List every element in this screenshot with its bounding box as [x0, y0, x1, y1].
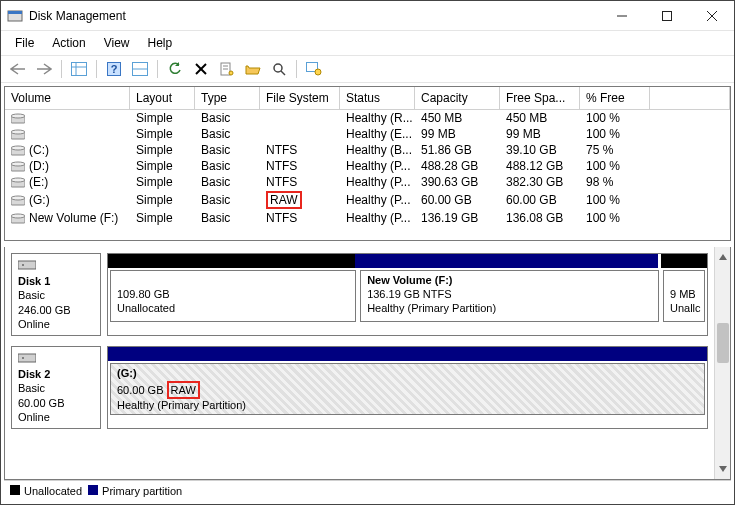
column-headers: VolumeLayoutTypeFile SystemStatusCapacit… — [5, 87, 730, 110]
column-header[interactable]: File System — [260, 87, 340, 109]
menu-help[interactable]: Help — [140, 33, 181, 53]
svg-rect-39 — [18, 354, 36, 362]
table-row[interactable]: (G:)SimpleBasicRAWHealthy (P...60.00 GB6… — [5, 190, 730, 210]
open-button[interactable] — [242, 59, 264, 79]
disk-row-1[interactable]: Disk 1 Basic 246.00 GB Online — [11, 253, 708, 336]
cell-free: 39.10 GB — [500, 142, 580, 158]
table-row[interactable]: SimpleBasicHealthy (R...450 MB450 MB100 … — [5, 110, 730, 126]
scroll-down-icon[interactable] — [718, 465, 728, 473]
cell-layout: Simple — [130, 110, 195, 126]
svg-point-32 — [11, 178, 25, 182]
close-button[interactable] — [689, 1, 734, 30]
cell-fs: NTFS — [260, 174, 340, 190]
bar-unallocated-tail — [661, 254, 707, 268]
raw-highlight: RAW — [167, 381, 200, 399]
column-header[interactable]: Status — [340, 87, 415, 109]
cell-free: 136.08 GB — [500, 210, 580, 226]
cell-free: 382.30 GB — [500, 174, 580, 190]
table-row[interactable]: (D:)SimpleBasicNTFSHealthy (P...488.28 G… — [5, 158, 730, 174]
svg-rect-6 — [72, 63, 87, 76]
disk-label-1: Disk 1 Basic 246.00 GB Online — [11, 253, 101, 336]
svg-point-26 — [11, 130, 25, 134]
svg-point-30 — [11, 162, 25, 166]
scroll-up-icon[interactable] — [718, 253, 728, 261]
legend-label-unallocated: Unallocated — [24, 485, 82, 497]
search-button[interactable] — [268, 59, 290, 79]
svg-point-34 — [11, 196, 25, 200]
menu-action[interactable]: Action — [44, 33, 93, 53]
cell-pct: 100 % — [580, 110, 650, 126]
maximize-button[interactable] — [644, 1, 689, 30]
raw-highlight: RAW — [266, 191, 302, 209]
cell-type: Basic — [195, 142, 260, 158]
column-header[interactable]: Layout — [130, 87, 195, 109]
cell-name: (E:) — [5, 174, 130, 190]
cell-name: (C:) — [5, 142, 130, 158]
cell-layout: Simple — [130, 158, 195, 174]
bar-unallocated — [108, 254, 355, 268]
cell-status: Healthy (R... — [340, 110, 415, 126]
cell-type: Basic — [195, 192, 260, 208]
disk-icon — [18, 351, 36, 365]
vertical-scrollbar[interactable] — [714, 247, 730, 479]
back-button[interactable] — [7, 59, 29, 79]
table-row[interactable]: New Volume (F:)SimpleBasicNTFSHealthy (P… — [5, 210, 730, 226]
cell-capacity: 60.00 GB — [415, 192, 500, 208]
cell-pct: 100 % — [580, 126, 650, 142]
svg-line-20 — [281, 71, 285, 75]
minimize-button[interactable] — [599, 1, 644, 30]
table-row[interactable]: SimpleBasicHealthy (E...99 MB99 MB100 % — [5, 126, 730, 142]
settings-button[interactable] — [303, 59, 325, 79]
refresh-button[interactable] — [164, 59, 186, 79]
properties-button[interactable] — [216, 59, 238, 79]
disk-row-2[interactable]: Disk 2 Basic 60.00 GB Online (G:) 60.00 … — [11, 346, 708, 429]
app-icon — [7, 8, 23, 24]
svg-point-19 — [274, 64, 282, 72]
help-button[interactable]: ? — [103, 59, 125, 79]
cell-type: Basic — [195, 158, 260, 174]
cell-layout: Simple — [130, 142, 195, 158]
disk-graphic-pane: Disk 1 Basic 246.00 GB Online — [4, 247, 731, 480]
cell-fs: NTFS — [260, 142, 340, 158]
cell-pct: 75 % — [580, 142, 650, 158]
column-header[interactable]: Volume — [5, 87, 130, 109]
column-header[interactable]: % Free — [580, 87, 650, 109]
detail-split-button[interactable] — [129, 59, 151, 79]
cell-name: (G:) — [5, 192, 130, 208]
menu-file[interactable]: File — [7, 33, 42, 53]
cell-status: Healthy (P... — [340, 192, 415, 208]
legend-swatch-unallocated — [10, 485, 20, 495]
partition-unallocated[interactable]: 109.80 GB Unallocated — [110, 270, 356, 322]
svg-point-24 — [11, 114, 25, 118]
svg-point-18 — [229, 71, 233, 75]
partition-g[interactable]: (G:) 60.00 GB RAW Healthy (Primary Parti… — [110, 363, 705, 415]
delete-button[interactable] — [190, 59, 212, 79]
cell-fs: RAW — [260, 190, 340, 210]
cell-type: Basic — [195, 210, 260, 226]
partition-f[interactable]: New Volume (F:) 136.19 GB NTFS Healthy (… — [360, 270, 659, 322]
cell-capacity: 488.28 GB — [415, 158, 500, 174]
column-header[interactable]: Type — [195, 87, 260, 109]
cell-capacity: 99 MB — [415, 126, 500, 142]
legend-label-primary: Primary partition — [102, 485, 182, 497]
volume-list-pane: VolumeLayoutTypeFile SystemStatusCapacit… — [4, 86, 731, 241]
cell-capacity: 390.63 GB — [415, 174, 500, 190]
cell-name — [5, 126, 130, 142]
partition-tail[interactable]: 9 MB Unallc — [663, 270, 705, 322]
cell-layout: Simple — [130, 192, 195, 208]
table-row[interactable]: (E:)SimpleBasicNTFSHealthy (P...390.63 G… — [5, 174, 730, 190]
titlebar[interactable]: Disk Management — [1, 1, 734, 31]
disk-icon — [18, 258, 36, 272]
forward-button[interactable] — [33, 59, 55, 79]
menu-view[interactable]: View — [96, 33, 138, 53]
show-hide-tree-button[interactable] — [68, 59, 90, 79]
column-header[interactable]: Capacity — [415, 87, 500, 109]
table-row[interactable]: (C:)SimpleBasicNTFSHealthy (B...51.86 GB… — [5, 142, 730, 158]
cell-status: Healthy (P... — [340, 158, 415, 174]
scroll-thumb[interactable] — [717, 323, 729, 363]
legend-swatch-primary — [88, 485, 98, 495]
cell-layout: Simple — [130, 174, 195, 190]
cell-status: Healthy (P... — [340, 174, 415, 190]
column-header[interactable]: Free Spa... — [500, 87, 580, 109]
bar-primary — [108, 347, 707, 361]
